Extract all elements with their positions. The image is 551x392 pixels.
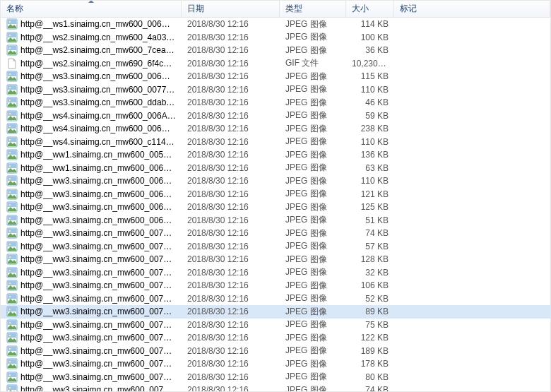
file-jpeg-icon <box>6 384 18 391</box>
table-row[interactable]: http@__ws1.sinaimg.cn_mw600_006wUWIj...2… <box>1 18 550 31</box>
column-header-label: 名称 <box>6 3 23 15</box>
table-row[interactable]: http@__ws3.sinaimg.cn_mw600_0077m8Illy..… <box>1 83 550 97</box>
file-name-label: http@__ws2.sinaimg.cn_mw690_6f4c5371g... <box>20 59 176 69</box>
file-name-cell[interactable]: http@__ww3.sinaimg.cn_mw600_006XNEY7... <box>1 175 182 186</box>
file-type-cell: JPEG 图像 <box>280 319 346 331</box>
file-name-cell[interactable]: http@__ww1.sinaimg.cn_mw600_005QZz1P... <box>1 149 182 160</box>
file-name-cell[interactable]: http@__ws1.sinaimg.cn_mw600_006wUWIj... <box>1 18 182 30</box>
file-size-cell: 114 KB <box>346 19 394 29</box>
file-name-cell[interactable]: http@__ws4.sinaimg.cn_mw600_c114ca96g... <box>1 136 182 148</box>
table-row[interactable]: http@__ww3.sinaimg.cn_mw600_0073ob6P...2… <box>1 345 550 358</box>
file-name-cell[interactable]: http@__ww3.sinaimg.cn_mw600_006XNEY7... <box>1 201 182 213</box>
file-name-cell[interactable]: http@__ww3.sinaimg.cn_mw600_006XNEY7... <box>1 189 182 200</box>
file-date-cell: 2018/8/30 12:16 <box>182 137 280 147</box>
file-name-cell[interactable]: http@__ww3.sinaimg.cn_mw600_0073ob6P... <box>1 267 182 278</box>
file-name-cell[interactable]: http@__ws3.sinaimg.cn_mw600_ddab0a34l... <box>1 97 182 108</box>
table-row[interactable]: http@__ww3.sinaimg.cn_mw600_006XNEY7...2… <box>1 174 550 188</box>
file-type-cell: JPEG 图像 <box>280 332 346 344</box>
table-row[interactable]: http@__ws4.sinaimg.cn_mw600_006wUWIj...2… <box>1 122 550 136</box>
table-row[interactable]: http@__ws3.sinaimg.cn_mw600_006wUWIj...2… <box>1 70 550 83</box>
file-name-cell[interactable]: http@__ww3.sinaimg.cn_mw600_0073ob6P... <box>1 319 182 331</box>
table-row[interactable]: http@__ws2.sinaimg.cn_mw600_7cea53f4ly..… <box>1 44 550 57</box>
table-row[interactable]: http@__ww1.sinaimg.cn_mw600_005QZz1P...2… <box>1 148 550 162</box>
file-date-cell: 2018/8/30 12:16 <box>182 71 280 81</box>
file-name-cell[interactable]: http@__ww3.sinaimg.cn_mw600_0073ob6P... <box>1 345 182 357</box>
column-header-label: 大小 <box>352 3 369 15</box>
file-name-cell[interactable]: http@__ws2.sinaimg.cn_mw690_6f4c5371g... <box>1 58 182 69</box>
table-row[interactable]: http@__ws2.sinaimg.cn_mw600_4a03611cg...… <box>1 31 550 44</box>
file-jpeg-icon <box>6 332 18 343</box>
file-name-cell[interactable]: http@__ww3.sinaimg.cn_mw600_0073ob6P... <box>1 254 182 265</box>
table-row[interactable]: http@__ww1.sinaimg.cn_mw600_006XNEY7...2… <box>1 162 550 175</box>
file-type-cell: JPEG 图像 <box>280 227 346 239</box>
file-list[interactable]: http@__ws1.sinaimg.cn_mw600_006wUWIj...2… <box>1 18 550 391</box>
file-jpeg-icon <box>6 241 18 252</box>
file-jpeg-icon <box>6 123 18 134</box>
table-row[interactable]: http@__ww3.sinaimg.cn_mw600_0073ob6P...2… <box>1 240 550 254</box>
file-type-cell: JPEG 图像 <box>280 358 346 370</box>
table-row[interactable]: http@__ww3.sinaimg.cn_mw600_0073ob6P...2… <box>1 227 550 240</box>
file-name-cell[interactable]: http@__ws2.sinaimg.cn_mw600_4a03611cg... <box>1 32 182 43</box>
file-type-cell: JPEG 图像 <box>280 18 346 30</box>
table-row[interactable]: http@__ww3.sinaimg.cn_mw600_0073ob6P...2… <box>1 292 550 306</box>
table-row[interactable]: http@__ww3.sinaimg.cn_mw600_0073ob6P...2… <box>1 371 550 384</box>
file-jpeg-icon <box>6 227 18 239</box>
file-date-cell: 2018/8/30 12:16 <box>182 163 280 173</box>
table-row[interactable]: http@__ww3.sinaimg.cn_mw600_006XNEY7...2… <box>1 201 550 214</box>
file-name-cell[interactable]: http@__ww3.sinaimg.cn_mw600_0073ob6P... <box>1 280 182 291</box>
file-name-cell[interactable]: http@__ww3.sinaimg.cn_mw600_0073ob6P <box>1 384 182 391</box>
file-type-cell: JPEG 图像 <box>280 175 346 187</box>
file-name-cell[interactable]: http@__ww3.sinaimg.cn_mw600_0073ob6P... <box>1 306 182 317</box>
file-name-cell[interactable]: http@__ww3.sinaimg.cn_mw600_006XNEY7... <box>1 215 182 226</box>
file-name-cell[interactable]: http@__ws3.sinaimg.cn_mw600_006wUWIj... <box>1 71 182 82</box>
table-row[interactable]: http@__ws3.sinaimg.cn_mw600_ddab0a34l...… <box>1 96 550 109</box>
table-row[interactable]: http@__ws4.sinaimg.cn_mw600_c114ca96g...… <box>1 136 550 149</box>
file-name-cell[interactable]: http@__ww3.sinaimg.cn_mw600_0073ob6P... <box>1 227 182 239</box>
file-name-cell[interactable]: http@__ww1.sinaimg.cn_mw600_006XNEY7... <box>1 162 182 174</box>
file-name-label: http@__ws3.sinaimg.cn_mw600_006wUWIj... <box>20 71 176 81</box>
column-header-tag[interactable]: 标记 <box>394 1 550 17</box>
file-name-cell[interactable]: http@__ww3.sinaimg.cn_mw600_0073ob6P... <box>1 372 182 383</box>
table-row[interactable]: http@__ww3.sinaimg.cn_mw600_006XNEY7...2… <box>1 214 550 227</box>
table-row[interactable]: http@__ww3.sinaimg.cn_mw600_0073ob6P...2… <box>1 305 550 319</box>
table-row[interactable]: http@__ww3.sinaimg.cn_mw600_0073ob6P...2… <box>1 279 550 292</box>
file-name-label: http@__ww3.sinaimg.cn_mw600_0073ob6P... <box>20 242 176 251</box>
column-header-type[interactable]: 类型 <box>280 1 346 17</box>
file-size-cell: 110 KB <box>346 176 394 186</box>
file-name-cell[interactable]: http@__ws3.sinaimg.cn_mw600_0077m8Illy..… <box>1 84 182 95</box>
column-header-size[interactable]: 大小 <box>346 1 394 17</box>
table-row[interactable]: http@__ws2.sinaimg.cn_mw690_6f4c5371g...… <box>1 57 550 71</box>
table-row[interactable]: http@__ww3.sinaimg.cn_mw600_0073ob6P...2… <box>1 266 550 280</box>
file-type-cell: JPEG 图像 <box>280 306 346 318</box>
file-name-cell[interactable]: http@__ws4.sinaimg.cn_mw600_006wUWIj... <box>1 123 182 134</box>
table-row[interactable]: http@__ww3.sinaimg.cn_mw600_0073ob6P...2… <box>1 253 550 266</box>
column-header-name[interactable]: 名称 <box>1 1 182 17</box>
table-row[interactable]: http@__ws4.sinaimg.cn_mw600_006ArS7zg...… <box>1 109 550 123</box>
file-name-cell[interactable]: http@__ww3.sinaimg.cn_mw600_0073ob6P... <box>1 358 182 369</box>
table-row[interactable]: http@__ww3.sinaimg.cn_mw600_0073ob6P...2… <box>1 331 550 345</box>
file-date-cell: 2018/8/30 12:16 <box>182 202 280 212</box>
file-name-cell[interactable]: http@__ws2.sinaimg.cn_mw600_7cea53f4ly..… <box>1 44 182 56</box>
column-header-date[interactable]: 日期 <box>182 1 280 17</box>
file-jpeg-icon <box>6 306 18 317</box>
file-name-label: http@__ws1.sinaimg.cn_mw600_006wUWIj... <box>20 19 176 29</box>
file-name-label: http@__ww3.sinaimg.cn_mw600_0073ob6P... <box>20 254 176 264</box>
table-row[interactable]: http@__ww3.sinaimg.cn_mw600_0073ob6P2018… <box>1 384 550 391</box>
file-name-cell[interactable]: http@__ww3.sinaimg.cn_mw600_0073ob6P... <box>1 293 182 304</box>
table-row[interactable]: http@__ww3.sinaimg.cn_mw600_0073ob6P...2… <box>1 357 550 371</box>
file-name-cell[interactable]: http@__ws4.sinaimg.cn_mw600_006ArS7zg... <box>1 110 182 121</box>
file-name-cell[interactable]: http@__ww3.sinaimg.cn_mw600_0073ob6P... <box>1 332 182 343</box>
file-name-label: http@__ws4.sinaimg.cn_mw600_c114ca96g... <box>20 137 176 147</box>
file-size-cell: 75 KB <box>346 320 394 330</box>
file-gif-icon <box>6 58 18 69</box>
file-type-cell: JPEG 图像 <box>280 97 346 109</box>
table-row[interactable]: http@__ww3.sinaimg.cn_mw600_006XNEY7...2… <box>1 188 550 201</box>
file-name-label: http@__ww3.sinaimg.cn_mw600_006XNEY7... <box>20 202 176 212</box>
file-name-label: http@__ws2.sinaimg.cn_mw600_7cea53f4ly..… <box>20 45 176 55</box>
column-header-label: 标记 <box>400 3 417 15</box>
file-size-cell: 89 KB <box>346 307 394 316</box>
file-name-label: http@__ww3.sinaimg.cn_mw600_0073ob6P <box>20 385 176 391</box>
file-name-cell[interactable]: http@__ww3.sinaimg.cn_mw600_0073ob6P... <box>1 241 182 252</box>
file-size-cell: 63 KB <box>346 163 394 173</box>
table-row[interactable]: http@__ww3.sinaimg.cn_mw600_0073ob6P...2… <box>1 319 550 332</box>
